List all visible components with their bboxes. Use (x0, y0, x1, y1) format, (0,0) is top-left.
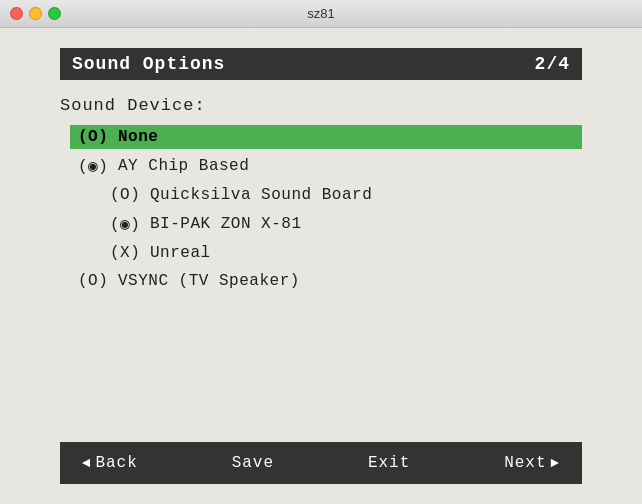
window-controls[interactable] (10, 7, 61, 20)
save-label: Save (232, 454, 274, 472)
window-title: sz81 (307, 6, 334, 21)
exit-button[interactable]: Exit (358, 450, 420, 476)
radio-bi-pak: (◉) (110, 214, 142, 234)
next-button[interactable]: Next (494, 450, 570, 476)
option-vsync-label: VSYNC (TV Speaker) (118, 272, 300, 290)
option-vsync[interactable]: (O) VSYNC (TV Speaker) (70, 269, 582, 293)
maximize-button[interactable] (48, 7, 61, 20)
header-bar: Sound Options 2/4 (60, 48, 582, 80)
save-button[interactable]: Save (222, 450, 284, 476)
radio-quicksilva: (O) (110, 186, 142, 204)
bottom-bar: Back Save Exit Next (60, 442, 582, 484)
title-bar: sz81 (0, 0, 642, 28)
radio-ay-chip: (◉) (78, 156, 110, 176)
option-quicksilva[interactable]: (O) Quicksilva Sound Board (70, 183, 582, 207)
exit-label: Exit (368, 454, 410, 472)
close-button[interactable] (10, 7, 23, 20)
next-arrow-icon (551, 454, 560, 472)
option-none[interactable]: (O) None (70, 125, 582, 149)
device-label: Sound Device: (60, 96, 582, 115)
back-label: Back (95, 454, 137, 472)
radio-unreal: (X) (110, 244, 142, 262)
options-list: (O) None (◉) AY Chip Based (O) Quicksilv… (60, 125, 582, 293)
option-unreal[interactable]: (X) Unreal (70, 241, 582, 265)
option-bi-pak[interactable]: (◉) BI-PAK ZON X-81 (70, 211, 582, 237)
option-none-label: None (118, 128, 158, 146)
minimize-button[interactable] (29, 7, 42, 20)
option-unreal-label: Unreal (150, 244, 211, 262)
back-button[interactable]: Back (72, 450, 148, 476)
back-arrow-icon (82, 454, 91, 472)
header-title: Sound Options (72, 54, 225, 74)
page-indicator: 2/4 (535, 54, 570, 74)
radio-vsync: (O) (78, 272, 110, 290)
option-quicksilva-label: Quicksilva Sound Board (150, 186, 372, 204)
option-ay-chip[interactable]: (◉) AY Chip Based (70, 153, 582, 179)
next-label: Next (504, 454, 546, 472)
option-ay-chip-label: AY Chip Based (118, 157, 249, 175)
radio-none: (O) (78, 128, 110, 146)
window-content: Sound Options 2/4 Sound Device: (O) None… (0, 28, 642, 504)
option-bi-pak-label: BI-PAK ZON X-81 (150, 215, 302, 233)
